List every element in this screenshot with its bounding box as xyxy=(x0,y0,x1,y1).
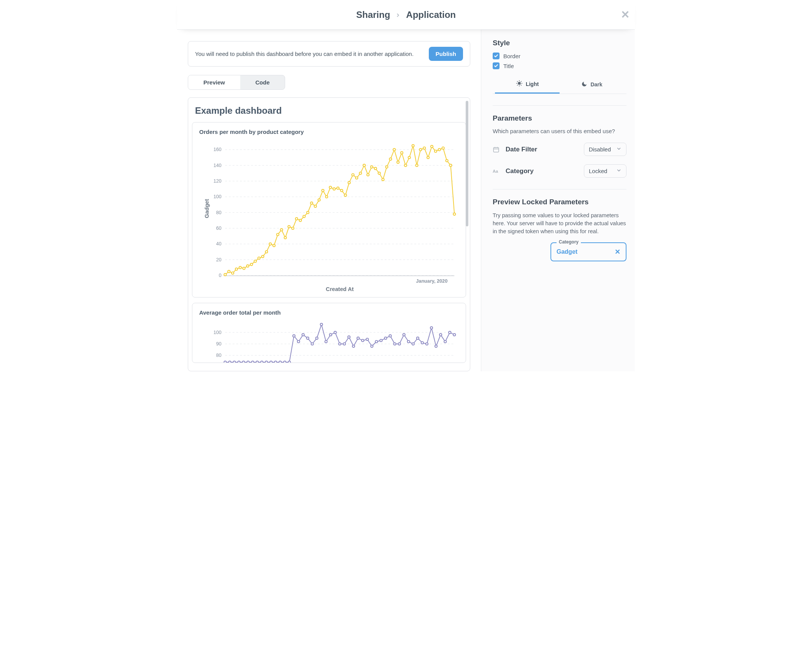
svg-point-128 xyxy=(398,343,400,345)
locked-param-field[interactable]: Category Gadget ✕ xyxy=(551,242,626,261)
svg-point-47 xyxy=(329,186,332,188)
style-heading: Style xyxy=(493,39,626,47)
svg-point-107 xyxy=(302,334,304,336)
svg-point-24 xyxy=(243,267,245,269)
publish-button[interactable]: Publish xyxy=(429,47,463,61)
svg-rect-150 xyxy=(493,147,499,152)
svg-point-111 xyxy=(320,323,322,326)
svg-point-110 xyxy=(315,337,318,339)
svg-text:0: 0 xyxy=(219,273,221,278)
svg-point-104 xyxy=(288,361,291,362)
checkbox-title[interactable] xyxy=(493,62,500,69)
svg-point-91 xyxy=(229,361,231,362)
svg-point-74 xyxy=(431,145,433,147)
scrollbar-thumb[interactable] xyxy=(466,101,468,226)
svg-point-21 xyxy=(232,272,234,274)
preview-locked-heading: Preview Locked Parameters xyxy=(493,198,626,206)
sun-icon xyxy=(516,80,523,88)
svg-point-136 xyxy=(435,345,437,347)
dashboard-title: Example dashboard xyxy=(188,105,470,122)
theme-tab-light[interactable]: Light xyxy=(495,76,560,93)
chart-card-orders: Orders per month by product category 020… xyxy=(192,122,466,298)
svg-point-115 xyxy=(339,343,341,345)
svg-text:60: 60 xyxy=(216,226,221,231)
svg-line-144 xyxy=(517,82,518,82)
svg-point-127 xyxy=(394,343,396,345)
svg-point-28 xyxy=(258,257,260,259)
svg-point-58 xyxy=(371,166,373,168)
svg-text:Gadget: Gadget xyxy=(204,199,210,218)
param-name: Date Filter xyxy=(506,146,537,153)
svg-text:120: 120 xyxy=(213,179,221,184)
close-icon[interactable]: ✕ xyxy=(621,8,629,21)
svg-point-94 xyxy=(242,361,244,362)
svg-point-103 xyxy=(284,361,286,362)
svg-point-139 xyxy=(449,331,451,334)
breadcrumb-root[interactable]: Sharing xyxy=(356,10,390,20)
svg-point-106 xyxy=(297,341,299,343)
svg-point-130 xyxy=(407,341,410,343)
parameters-heading: Parameters xyxy=(493,114,626,123)
svg-point-43 xyxy=(314,205,316,207)
svg-point-92 xyxy=(233,361,235,362)
locked-param-value: Gadget xyxy=(557,249,577,255)
param-name: Category xyxy=(506,167,534,175)
svg-point-64 xyxy=(393,148,395,151)
svg-point-48 xyxy=(333,188,335,190)
svg-point-32 xyxy=(273,244,275,247)
publish-message: You will need to publish this dashboard … xyxy=(195,51,413,57)
svg-point-131 xyxy=(412,343,414,345)
svg-point-57 xyxy=(367,174,369,176)
svg-point-112 xyxy=(325,341,327,343)
svg-point-134 xyxy=(426,343,428,345)
svg-text:100: 100 xyxy=(213,194,221,199)
svg-text:January, 2020: January, 2020 xyxy=(416,278,448,284)
checkbox-title-row: Title xyxy=(493,62,626,69)
right-panel: Style Border Title Light xyxy=(481,29,635,371)
svg-point-53 xyxy=(352,174,354,176)
svg-text:100: 100 xyxy=(213,330,221,335)
svg-point-59 xyxy=(374,167,377,170)
svg-line-148 xyxy=(517,85,518,85)
svg-point-68 xyxy=(408,156,410,159)
svg-text:140: 140 xyxy=(213,163,221,168)
svg-point-66 xyxy=(401,152,403,154)
svg-point-39 xyxy=(299,219,301,221)
locked-param-legend: Category xyxy=(557,239,581,245)
svg-point-20 xyxy=(228,270,230,273)
svg-point-126 xyxy=(389,335,391,337)
param-row-category: Aa Category Locked xyxy=(493,164,626,178)
svg-point-137 xyxy=(439,334,442,336)
checkbox-title-label: Title xyxy=(503,63,514,69)
svg-point-105 xyxy=(293,335,295,337)
svg-point-123 xyxy=(375,341,377,343)
svg-text:Created At: Created At xyxy=(326,286,354,292)
theme-tabs: Light Dark xyxy=(493,76,626,94)
svg-text:90: 90 xyxy=(216,341,221,347)
theme-tab-dark[interactable]: Dark xyxy=(560,76,624,93)
param-select-date-filter[interactable]: Disabled xyxy=(584,142,626,156)
svg-point-34 xyxy=(280,229,283,231)
svg-point-132 xyxy=(417,337,419,339)
param-select-category[interactable]: Locked xyxy=(584,164,626,178)
svg-point-19 xyxy=(224,274,226,276)
preview-locked-description: Try passing some values to your locked p… xyxy=(493,211,626,236)
svg-point-63 xyxy=(389,158,392,160)
clear-icon[interactable]: ✕ xyxy=(615,248,621,256)
svg-point-141 xyxy=(518,82,520,84)
svg-point-35 xyxy=(284,237,286,239)
svg-point-96 xyxy=(252,361,254,362)
svg-point-29 xyxy=(261,255,264,257)
tab-code[interactable]: Code xyxy=(240,75,285,89)
svg-point-79 xyxy=(449,164,452,167)
svg-point-117 xyxy=(348,336,350,338)
svg-point-125 xyxy=(384,337,387,339)
chevron-down-icon xyxy=(616,168,622,174)
svg-point-67 xyxy=(405,164,407,167)
svg-point-36 xyxy=(288,226,290,228)
svg-point-93 xyxy=(238,361,240,362)
svg-point-44 xyxy=(318,198,320,201)
tab-preview[interactable]: Preview xyxy=(188,75,240,89)
svg-text:80: 80 xyxy=(216,210,221,215)
checkbox-border[interactable] xyxy=(493,52,500,59)
